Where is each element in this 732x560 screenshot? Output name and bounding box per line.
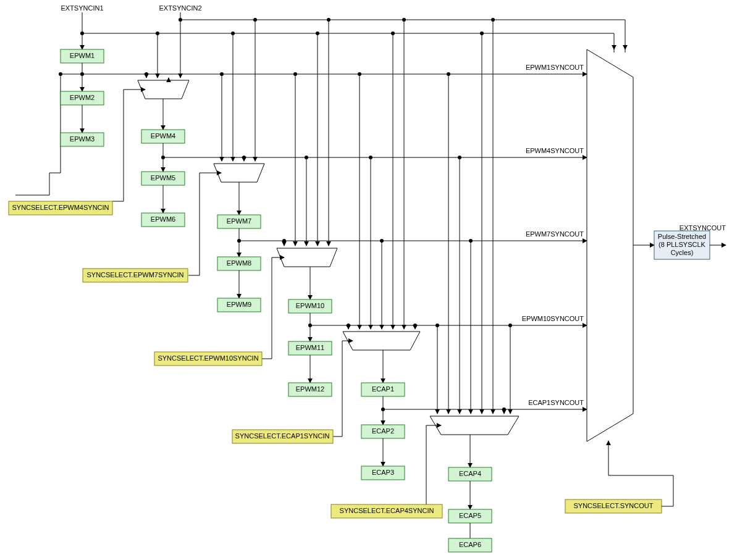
epwm1syncout-label: EPWM1SYNCOUT	[526, 64, 584, 71]
epwm4-text: EPWM4	[151, 132, 175, 140]
epwm1-text: EPWM1	[70, 52, 95, 59]
epwm11-text: EPWM11	[296, 344, 324, 351]
sel7-text: SYNCSELECT.EPWM7SYNCIN	[86, 271, 183, 278]
ecap1syncout-label: ECAP1SYNCOUT	[528, 399, 584, 406]
epwm7-text: EPWM7	[227, 217, 251, 225]
mux-epwm10	[277, 248, 337, 267]
pulse-l1: Pulse-Stretched	[658, 233, 706, 240]
extsyncin2-label: EXTSYNCIN2	[159, 4, 201, 12]
epwm10syncout-label: EPWM10SYNCOUT	[522, 315, 584, 322]
extsyncin1-label: EXTSYNCIN1	[61, 4, 103, 12]
epwm7syncout-label: EPWM7SYNCOUT	[526, 230, 584, 238]
sel4-text: SYNCSELECT.EPWM4SYNCIN	[12, 204, 109, 211]
wire	[82, 33, 614, 49]
pulse-l3: Cycles)	[671, 249, 694, 256]
epwm12-text: EPWM12	[296, 385, 324, 393]
epwm8-text: EPWM8	[227, 259, 251, 267]
epwm4syncout-label: EPWM4SYNCOUT	[526, 147, 584, 154]
ecap5-text: ECAP5	[459, 512, 481, 519]
epwm5-text: EPWM5	[151, 174, 175, 182]
mux-ecap1	[343, 332, 420, 350]
wire	[124, 90, 145, 111]
epwm3-text: EPWM3	[70, 135, 95, 143]
syncout-mux	[587, 49, 633, 441]
wire	[200, 173, 221, 194]
epwm2-text: EPWM2	[70, 94, 95, 101]
epwm10-text: EPWM10	[296, 302, 324, 309]
ecap4-text: ECAP4	[459, 470, 481, 477]
ecap1-text: ECAP1	[372, 385, 394, 393]
ecap3-text: ECAP3	[372, 469, 394, 476]
sel10-text: SYNCSELECT.EPWM10SYNCIN	[158, 354, 258, 362]
ecap2-text: ECAP2	[372, 427, 394, 435]
wire	[608, 441, 673, 506]
wire	[180, 12, 625, 49]
mux-epwm4	[138, 80, 189, 99]
ecap6-text: ECAP6	[459, 541, 481, 548]
selSyncout-text: SYNCSELECT.SYNCOUT	[574, 502, 654, 509]
selEcap4-text: SYNCSELECT.ECAP4SYNCIN	[340, 507, 434, 514]
mux-ecap4	[430, 416, 519, 435]
mux-epwm7	[214, 164, 264, 182]
extsyncout-label: EXTSYNCOUT	[679, 224, 726, 232]
selEcap1-text: SYNCSELECT.ECAP1SYNCIN	[235, 432, 330, 440]
pulse-l2: (8 PLLSYSCLK	[658, 241, 705, 248]
epwm9-text: EPWM9	[227, 301, 251, 308]
svg-point-31	[413, 324, 417, 327]
epwm6-text: EPWM6	[151, 215, 175, 223]
